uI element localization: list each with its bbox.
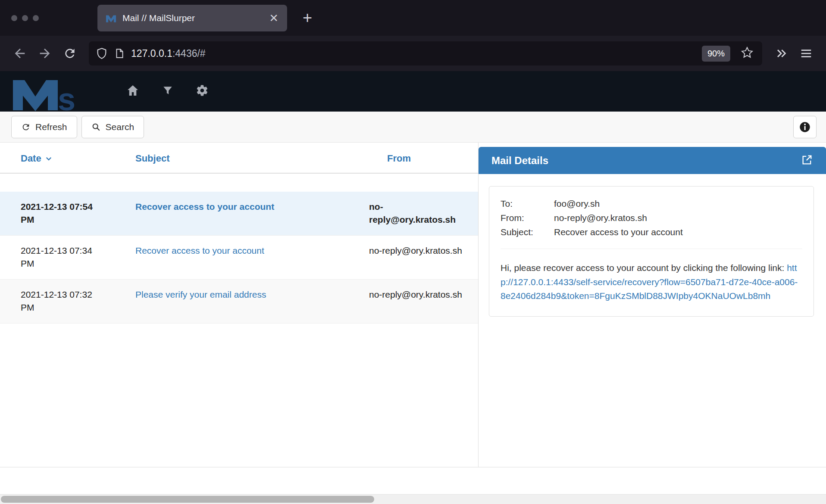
- overflow-chevrons-icon: [774, 47, 788, 60]
- filter-nav-button[interactable]: [162, 85, 173, 98]
- horizontal-scrollbar[interactable]: [0, 494, 826, 504]
- from-label: From:: [501, 213, 554, 223]
- mail-from: no-reply@ory.kratos.sh: [369, 200, 468, 227]
- hamburger-menu-icon: [800, 47, 813, 60]
- overflow-menu-button[interactable]: [770, 42, 792, 65]
- zoom-level-badge[interactable]: 90%: [702, 46, 730, 62]
- reload-button[interactable]: [59, 42, 81, 65]
- url-host: 127.0.0.1: [131, 48, 172, 59]
- reload-icon: [63, 47, 77, 60]
- mailslurper-header: s: [0, 71, 826, 112]
- sort-down-icon: [45, 154, 53, 165]
- app-menu-button[interactable]: [795, 42, 817, 65]
- mail-body-text: Hi, please recover access to your accoun…: [501, 263, 787, 273]
- table-row[interactable]: 2021-12-13 07:32 PM Please verify your e…: [0, 280, 478, 324]
- browser-tab-strip: Mail // MailSlurper ✕ +: [0, 0, 826, 36]
- close-tab-icon[interactable]: ✕: [269, 12, 278, 24]
- page-info-icon[interactable]: [114, 47, 125, 59]
- mail-from: no-reply@ory.kratos.sh: [369, 244, 468, 271]
- column-header-subject[interactable]: Subject: [135, 153, 362, 165]
- mail-details-panel: Mail Details To: foo@ory.sh From: no-rep…: [479, 143, 826, 467]
- window-control-dot[interactable]: [22, 15, 28, 21]
- detail-subject-row: Subject: Recover access to your account: [501, 227, 802, 237]
- scrollbar-thumb[interactable]: [1, 496, 374, 503]
- detail-to-row: To: foo@ory.sh: [501, 199, 802, 209]
- window-control-dot[interactable]: [33, 15, 39, 21]
- filter-icon: [162, 85, 173, 96]
- window-control-dot[interactable]: [11, 15, 17, 21]
- home-nav-button[interactable]: [126, 84, 140, 99]
- search-button-label: Search: [106, 122, 135, 132]
- mail-list-panel: Date Subject From 2021-12-13 07:54 PM Re…: [0, 143, 479, 467]
- tab-favicon-icon: [106, 13, 116, 23]
- mail-rows: 2021-12-13 07:54 PM Recover access to yo…: [0, 192, 478, 324]
- subject-label: Subject:: [501, 227, 554, 237]
- mail-details-title: Mail Details: [491, 155, 801, 167]
- info-icon: [799, 121, 811, 133]
- refresh-button-label: Refresh: [35, 122, 67, 132]
- browser-tab[interactable]: Mail // MailSlurper ✕: [97, 5, 287, 31]
- from-value: no-reply@ory.kratos.sh: [554, 213, 802, 223]
- mail-from: no-reply@ory.kratos.sh: [369, 288, 468, 314]
- bookmark-button[interactable]: [741, 46, 754, 61]
- svg-text:s: s: [58, 81, 75, 112]
- detail-from-row: From: no-reply@ory.kratos.sh: [501, 213, 802, 223]
- tab-title: Mail // MailSlurper: [122, 13, 263, 23]
- external-link-icon: [801, 154, 813, 166]
- url-bar[interactable]: 127.0.0.1:4436/# 90%: [89, 41, 762, 65]
- mail-date: 2021-12-13 07:34 PM: [21, 244, 128, 271]
- column-header-date[interactable]: Date: [21, 153, 128, 165]
- back-button[interactable]: [9, 42, 31, 65]
- to-value: foo@ory.sh: [554, 199, 802, 209]
- to-label: To:: [501, 199, 554, 209]
- search-icon: [91, 122, 101, 132]
- app-toolbar: Refresh Search: [0, 112, 826, 143]
- browser-navbar: 127.0.0.1:4436/# 90%: [0, 36, 826, 71]
- mailslurper-logo: s: [13, 73, 99, 112]
- table-row[interactable]: 2021-12-13 07:54 PM Recover access to yo…: [0, 192, 478, 236]
- mail-subject[interactable]: Please verify your email address: [135, 288, 362, 314]
- subject-value: Recover access to your account: [554, 227, 802, 237]
- date-header-label: Date: [21, 153, 41, 164]
- forward-button[interactable]: [34, 42, 56, 65]
- mail-details-card: To: foo@ory.sh From: no-reply@ory.kratos…: [489, 186, 814, 317]
- refresh-icon: [21, 122, 31, 132]
- open-external-button[interactable]: [801, 154, 813, 168]
- forward-icon: [38, 46, 52, 61]
- shield-icon[interactable]: [96, 47, 108, 59]
- mail-subject[interactable]: Recover access to your account: [135, 244, 362, 271]
- gear-icon: [196, 84, 209, 97]
- home-icon: [126, 84, 140, 97]
- star-icon: [741, 46, 754, 59]
- refresh-button[interactable]: Refresh: [11, 116, 77, 138]
- mail-date: 2021-12-13 07:54 PM: [21, 200, 128, 227]
- bottom-strip: [0, 467, 826, 494]
- details-divider: [501, 249, 802, 249]
- info-button[interactable]: [793, 116, 817, 138]
- url-text[interactable]: 127.0.0.1:4436/#: [131, 48, 696, 59]
- back-icon: [13, 46, 27, 61]
- main-content: Date Subject From 2021-12-13 07:54 PM Re…: [0, 143, 826, 467]
- mail-details-header: Mail Details: [479, 147, 826, 174]
- table-row[interactable]: 2021-12-13 07:34 PM Recover access to yo…: [0, 236, 478, 280]
- new-tab-button[interactable]: +: [303, 9, 312, 27]
- mail-subject[interactable]: Recover access to your account: [135, 200, 362, 227]
- mail-list-header: Date Subject From: [0, 143, 478, 174]
- url-path: :4436/#: [172, 48, 206, 59]
- mail-body: Hi, please recover access to your accoun…: [501, 261, 802, 303]
- search-button[interactable]: Search: [81, 116, 144, 138]
- settings-nav-button[interactable]: [196, 84, 209, 99]
- window-controls[interactable]: [11, 15, 39, 21]
- column-header-from[interactable]: From: [369, 153, 468, 165]
- mail-date: 2021-12-13 07:32 PM: [21, 288, 128, 314]
